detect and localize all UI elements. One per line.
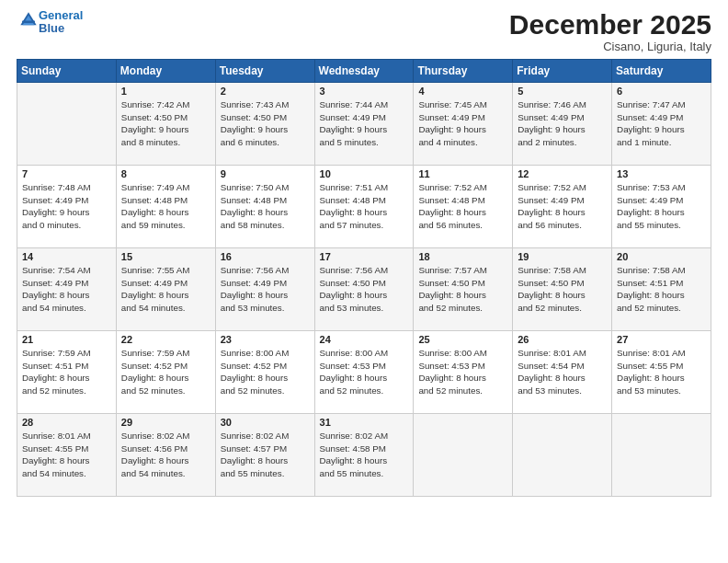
day-number: 17 [320,251,409,262]
day-number: 28 [22,417,111,428]
calendar-cell: 8Sunrise: 7:49 AMSunset: 4:48 PMDaylight… [116,166,215,248]
day-number: 5 [518,86,607,97]
day-number: 23 [221,334,310,345]
day-info: Sunrise: 7:54 AMSunset: 4:49 PMDaylight:… [22,264,111,314]
calendar-cell: 14Sunrise: 7:54 AMSunset: 4:49 PMDayligh… [17,248,117,331]
day-info: Sunrise: 7:52 AMSunset: 4:49 PMDaylight:… [518,181,607,231]
calendar-week-2: 7Sunrise: 7:48 AMSunset: 4:49 PMDaylight… [17,166,711,248]
calendar-cell: 2Sunrise: 7:43 AMSunset: 4:50 PMDaylight… [215,83,314,166]
day-info: Sunrise: 7:51 AMSunset: 4:48 PMDaylight:… [320,181,409,231]
weekday-header-wednesday: Wednesday [314,60,414,83]
day-number: 2 [221,86,310,97]
calendar-cell: 1Sunrise: 7:42 AMSunset: 4:50 PMDaylight… [116,83,215,166]
day-info: Sunrise: 7:55 AMSunset: 4:49 PMDaylight:… [121,264,210,314]
calendar-week-4: 21Sunrise: 7:59 AMSunset: 4:51 PMDayligh… [17,331,711,414]
calendar-cell: 28Sunrise: 8:01 AMSunset: 4:55 PMDayligh… [17,414,117,497]
day-info: Sunrise: 7:57 AMSunset: 4:50 PMDaylight:… [418,264,507,314]
day-number: 24 [320,334,409,345]
day-number: 14 [22,251,111,262]
day-number: 15 [121,251,210,262]
day-info: Sunrise: 7:50 AMSunset: 4:48 PMDaylight:… [221,181,310,231]
day-number: 21 [22,334,111,345]
calendar-cell: 6Sunrise: 7:47 AMSunset: 4:49 PMDaylight… [612,83,711,166]
day-info: Sunrise: 7:56 AMSunset: 4:50 PMDaylight:… [320,264,409,314]
day-info: Sunrise: 7:46 AMSunset: 4:49 PMDaylight:… [518,98,607,148]
day-info: Sunrise: 8:02 AMSunset: 4:58 PMDaylight:… [320,430,409,479]
calendar-cell: 5Sunrise: 7:46 AMSunset: 4:49 PMDaylight… [513,83,612,166]
calendar-cell: 26Sunrise: 8:01 AMSunset: 4:54 PMDayligh… [513,331,612,414]
calendar-cell [612,414,711,497]
day-info: Sunrise: 8:02 AMSunset: 4:57 PMDaylight:… [221,430,310,479]
calendar-cell: 4Sunrise: 7:45 AMSunset: 4:49 PMDaylight… [414,83,513,166]
calendar-cell: 30Sunrise: 8:02 AMSunset: 4:57 PMDayligh… [215,414,314,497]
day-number: 6 [617,86,706,97]
calendar-cell: 12Sunrise: 7:52 AMSunset: 4:49 PMDayligh… [513,166,612,248]
logo: General Blue [17,9,83,36]
logo-text: General Blue [39,9,83,36]
day-info: Sunrise: 7:58 AMSunset: 4:50 PMDaylight:… [518,264,607,314]
calendar-cell [414,414,513,497]
calendar-cell: 31Sunrise: 8:02 AMSunset: 4:58 PMDayligh… [314,414,414,497]
calendar-cell: 27Sunrise: 8:01 AMSunset: 4:55 PMDayligh… [612,331,711,414]
day-info: Sunrise: 7:56 AMSunset: 4:49 PMDaylight:… [221,264,310,314]
calendar-cell: 29Sunrise: 8:02 AMSunset: 4:56 PMDayligh… [116,414,215,497]
day-info: Sunrise: 7:52 AMSunset: 4:48 PMDaylight:… [418,181,507,231]
day-number: 22 [121,334,210,345]
day-number: 27 [617,334,706,345]
calendar-cell: 10Sunrise: 7:51 AMSunset: 4:48 PMDayligh… [314,166,414,248]
day-number: 7 [22,168,111,179]
day-info: Sunrise: 7:59 AMSunset: 4:51 PMDaylight:… [22,347,111,396]
weekday-header-monday: Monday [116,60,215,83]
weekday-header-row: SundayMondayTuesdayWednesdayThursdayFrid… [17,60,711,83]
calendar-cell: 24Sunrise: 8:00 AMSunset: 4:53 PMDayligh… [314,331,414,414]
calendar-cell: 18Sunrise: 7:57 AMSunset: 4:50 PMDayligh… [414,248,513,331]
calendar-cell: 15Sunrise: 7:55 AMSunset: 4:49 PMDayligh… [116,248,215,331]
day-number: 26 [518,334,607,345]
calendar-cell: 17Sunrise: 7:56 AMSunset: 4:50 PMDayligh… [314,248,414,331]
day-info: Sunrise: 7:42 AMSunset: 4:50 PMDaylight:… [121,98,210,148]
month-title: December 2025 [509,9,711,40]
weekday-header-thursday: Thursday [414,60,513,83]
calendar-cell: 20Sunrise: 7:58 AMSunset: 4:51 PMDayligh… [612,248,711,331]
day-number: 1 [121,86,210,97]
calendar-cell: 7Sunrise: 7:48 AMSunset: 4:49 PMDaylight… [17,166,117,248]
calendar-cell: 23Sunrise: 8:00 AMSunset: 4:52 PMDayligh… [215,331,314,414]
day-info: Sunrise: 7:43 AMSunset: 4:50 PMDaylight:… [221,98,310,148]
weekday-header-tuesday: Tuesday [215,60,314,83]
logo-general: General [39,8,83,22]
day-info: Sunrise: 8:00 AMSunset: 4:52 PMDaylight:… [221,347,310,396]
day-info: Sunrise: 8:01 AMSunset: 4:55 PMDaylight:… [22,430,111,479]
calendar-week-1: 1Sunrise: 7:42 AMSunset: 4:50 PMDaylight… [17,83,711,166]
day-info: Sunrise: 7:48 AMSunset: 4:49 PMDaylight:… [22,181,111,231]
day-info: Sunrise: 8:01 AMSunset: 4:54 PMDaylight:… [518,347,607,396]
day-info: Sunrise: 8:01 AMSunset: 4:55 PMDaylight:… [617,347,706,396]
calendar-cell: 9Sunrise: 7:50 AMSunset: 4:48 PMDaylight… [215,166,314,248]
calendar-cell [513,414,612,497]
day-number: 3 [320,86,409,97]
day-info: Sunrise: 7:45 AMSunset: 4:49 PMDaylight:… [418,98,507,148]
day-number: 30 [221,417,310,428]
day-number: 10 [320,168,409,179]
calendar-cell: 22Sunrise: 7:59 AMSunset: 4:52 PMDayligh… [116,331,215,414]
day-info: Sunrise: 8:00 AMSunset: 4:53 PMDaylight:… [320,347,409,396]
calendar-cell [17,83,117,166]
calendar-cell: 21Sunrise: 7:59 AMSunset: 4:51 PMDayligh… [17,331,117,414]
day-info: Sunrise: 8:00 AMSunset: 4:53 PMDaylight:… [418,347,507,396]
day-info: Sunrise: 7:58 AMSunset: 4:51 PMDaylight:… [617,264,706,314]
day-number: 11 [418,168,507,179]
day-info: Sunrise: 7:49 AMSunset: 4:48 PMDaylight:… [121,181,210,231]
calendar-cell: 3Sunrise: 7:44 AMSunset: 4:49 PMDaylight… [314,83,414,166]
day-info: Sunrise: 8:02 AMSunset: 4:56 PMDaylight:… [121,430,210,479]
day-number: 4 [418,86,507,97]
day-number: 19 [518,251,607,262]
day-number: 12 [518,168,607,179]
day-number: 20 [617,251,706,262]
day-info: Sunrise: 7:44 AMSunset: 4:49 PMDaylight:… [320,98,409,148]
calendar-cell: 11Sunrise: 7:52 AMSunset: 4:48 PMDayligh… [414,166,513,248]
calendar-cell: 16Sunrise: 7:56 AMSunset: 4:49 PMDayligh… [215,248,314,331]
day-info: Sunrise: 7:59 AMSunset: 4:52 PMDaylight:… [121,347,210,396]
header: General Blue December 2025 Cisano, Ligur… [17,9,711,53]
weekday-header-saturday: Saturday [612,60,711,83]
day-number: 31 [320,417,409,428]
day-info: Sunrise: 7:47 AMSunset: 4:49 PMDaylight:… [617,98,706,148]
